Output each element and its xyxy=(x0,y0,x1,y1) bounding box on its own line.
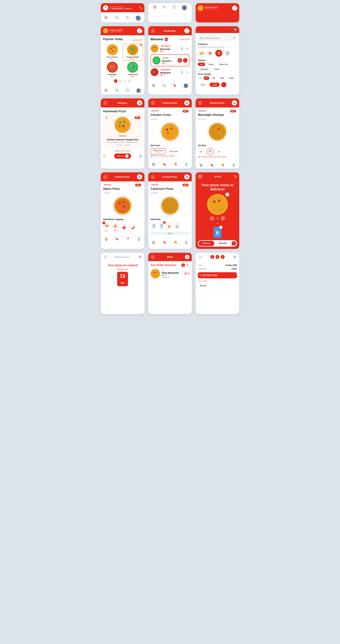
topping-minus-0[interactable]: - xyxy=(102,222,105,224)
add-btn-2[interactable]: + xyxy=(185,70,189,74)
nav-search-icon[interactable]: 🔍 xyxy=(115,16,118,21)
carbonaro-settings[interactable]: ⚙️ xyxy=(184,174,189,180)
delivery-option-delivery[interactable]: Delivery xyxy=(199,241,214,246)
size-14[interactable]: 14" $9.x xyxy=(207,148,214,155)
top-nav-list[interactable]: 📋 xyxy=(172,5,176,10)
edit-icon-order[interactable]: ✏️ xyxy=(186,264,189,267)
topping-1[interactable]: 🧅 $0.s xyxy=(112,222,119,232)
apply-button[interactable]: Apply xyxy=(210,83,220,87)
back-button-wishlist[interactable]: ‹ xyxy=(151,28,155,33)
delivery-edit-icon[interactable]: ✏️ xyxy=(233,175,237,178)
plus-btn-delivery[interactable]: + xyxy=(221,216,225,221)
page-1[interactable]: 1 xyxy=(114,79,117,83)
filter-bars-icon[interactable]: ≡ xyxy=(234,37,235,40)
nav-pizza-chicken[interactable]: 🍕 xyxy=(174,162,177,166)
nav-search-r1c1[interactable]: 🔍 xyxy=(115,88,118,93)
back-btn-chicken[interactable]: ‹ xyxy=(151,101,155,105)
page-9[interactable]: 9 xyxy=(127,79,131,83)
topping-0[interactable]: 🦐 - $1.s xyxy=(103,222,110,232)
clear-button[interactable]: Clear xyxy=(198,82,208,87)
avatar[interactable]: 👤 xyxy=(136,16,141,21)
settings-btn[interactable]: ⚙️ xyxy=(137,100,142,106)
sort-by[interactable]: Sort by ▼ xyxy=(133,39,142,41)
back-btn-carbonaro[interactable]: ‹ xyxy=(151,174,155,179)
close-btn-order[interactable]: ✕ xyxy=(185,255,189,259)
nav-home-chicken[interactable]: 🏠 xyxy=(152,162,155,166)
edit-icon[interactable]: ✏️ xyxy=(139,6,142,9)
nav-trash-sipicy[interactable]: 🗑️ xyxy=(137,237,141,241)
pizza-item-1[interactable]: ❤️ Veggie Delight $5.6 xyxy=(123,44,142,60)
nav-bookmark-moonlight[interactable]: 🔖 xyxy=(210,163,214,167)
back-btn-order[interactable]: ‹ xyxy=(151,255,155,259)
back-btn-sipicy[interactable]: ‹ xyxy=(103,174,107,179)
close-btn-waiting[interactable]: ✕ xyxy=(138,255,142,259)
delete-btn-2[interactable]: 🗑️ xyxy=(180,70,184,74)
drink-1[interactable]: 🥤 2 xyxy=(158,222,165,231)
sort-by-wishlist[interactable]: Sort by ▼ xyxy=(180,38,189,40)
delete-btn-1[interactable]: 🗑️ xyxy=(178,58,182,63)
nav-trash-moonlight[interactable]: 🗑️ xyxy=(232,163,236,167)
pizza-item-0[interactable]: Pizza Cheese $7.3 xyxy=(103,44,122,60)
add-btn-0[interactable]: + xyxy=(185,46,189,51)
nav-bookmark-icon[interactable]: 📋 xyxy=(125,16,129,21)
nav-bookmark-carbonaro[interactable]: 🔖 xyxy=(163,241,166,244)
nav-pizza-carbonaro[interactable]: 🍕 xyxy=(174,241,177,244)
top-nav-avatar[interactable]: 👤 xyxy=(182,5,187,10)
cat-icon-trash[interactable]: 🗑️ xyxy=(224,50,231,57)
pizza-item-2[interactable]: Moonlight $7.5 xyxy=(103,62,122,77)
filter-icon[interactable]: ⚙️ xyxy=(233,28,237,32)
price-btn-1[interactable]: $ xyxy=(198,76,202,80)
step-2[interactable]: 2 xyxy=(216,255,219,259)
back-btn-moonlight[interactable]: ‹ xyxy=(198,101,202,105)
search-input[interactable] xyxy=(204,37,232,39)
size-13[interactable]: 13" xyxy=(215,148,222,155)
nav-location-sipicy[interactable]: 📍 xyxy=(126,237,130,241)
diet-btn-glutenfree[interactable]: Gluten-free xyxy=(217,62,230,66)
price-btn-3[interactable]: $$$ xyxy=(211,76,217,80)
size-12[interactable]: 12" xyxy=(198,148,205,155)
pizza-item-3[interactable]: Chilly Party $6.8 xyxy=(123,62,142,77)
sipicy-settings[interactable]: ⚙️ xyxy=(137,174,142,180)
diet-btn-vegan[interactable]: Vegan xyxy=(206,62,216,66)
edit-icon-hm[interactable]: ✏️ xyxy=(103,155,106,158)
cat-icon-meat[interactable]: 🍖 xyxy=(207,50,214,57)
back-btn-delivery[interactable]: ‹ xyxy=(198,174,202,179)
diet-btn-classic[interactable]: Classic xyxy=(212,67,222,71)
delete-btn-0[interactable]: 🗑️ xyxy=(180,46,184,51)
chicken-settings[interactable]: ⚙️ xyxy=(184,100,189,106)
topping-2[interactable]: 🥩 xyxy=(120,224,127,232)
minus-btn-delivery[interactable]: − xyxy=(210,216,214,221)
close-btn-checkout[interactable]: ✕ xyxy=(233,255,237,259)
nav-home-r1c1[interactable]: 🏠 xyxy=(104,88,108,93)
step-3[interactable]: 3 xyxy=(221,255,225,259)
nav-trash-chicken[interactable]: 🗑️ xyxy=(184,162,188,166)
apply-arrow-icon[interactable]: › xyxy=(221,82,226,87)
nav-home-moonlight[interactable]: 🏠 xyxy=(199,163,203,167)
avatar-r1c1[interactable]: 👤 xyxy=(136,88,141,93)
nav-home-icon[interactable]: 🏠 xyxy=(104,16,108,21)
top-nav-search[interactable]: 🔍 xyxy=(163,5,166,10)
topping-3[interactable]: 🌶️ xyxy=(129,224,136,232)
drink-2[interactable]: 🍺 xyxy=(166,222,172,231)
nav-trash-carbonaro[interactable]: 🗑️ xyxy=(184,241,188,244)
drink-3[interactable]: 🍵 xyxy=(174,222,180,231)
top-nav-home[interactable]: 🏠 xyxy=(153,5,157,10)
cat-icon-pizza[interactable]: 🍕 xyxy=(215,50,222,57)
nav-bookmark-wishlist[interactable]: 🔖 xyxy=(173,84,177,88)
nav-list-r1c1[interactable]: 📋 xyxy=(126,88,129,93)
cart-button-top[interactable]: 🛒 1 xyxy=(232,6,237,11)
nav-pizza-moonlight[interactable]: 🍕 xyxy=(221,163,225,167)
thin-crust-btn[interactable]: Thin Crust xyxy=(167,148,180,154)
first-name-input[interactable] xyxy=(198,283,237,288)
delivery-arrow-icon[interactable]: › xyxy=(231,241,236,246)
back-btn-waiting[interactable]: ‹ xyxy=(103,255,107,259)
moonlight-settings[interactable]: ⚙️ xyxy=(232,100,237,106)
nav-home-sipicy[interactable]: 🏠 xyxy=(104,237,108,241)
price-btn-2[interactable]: $$ xyxy=(204,76,209,80)
nav-home-wishlist[interactable]: 🏠 xyxy=(152,84,155,88)
trash-icon-hm[interactable]: 🗑️ xyxy=(139,155,142,158)
diet-btn-any[interactable]: Any xyxy=(198,62,205,66)
price-btn-4[interactable]: $$$$ xyxy=(218,76,226,80)
nav-bookmark-sipicy[interactable]: 🔖 xyxy=(115,237,119,241)
step-1[interactable]: 1 xyxy=(210,255,214,259)
